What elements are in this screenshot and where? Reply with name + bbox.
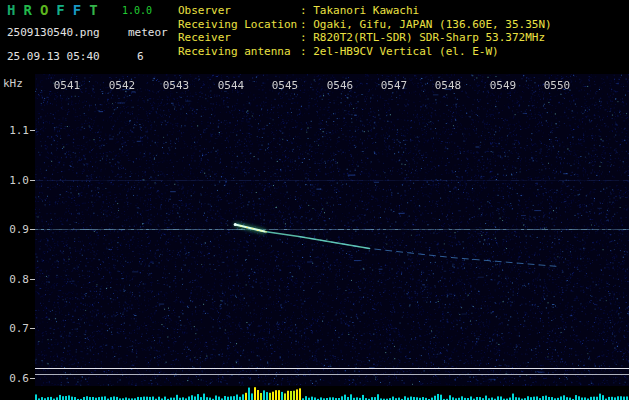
- time-label-0548: 0548: [433, 79, 463, 92]
- time-label-0541: 0541: [52, 79, 82, 92]
- info-value: : Ogaki, Gifu, JAPAN (136.60E, 35.35N): [300, 18, 552, 32]
- freq-label-0-8: 0.8: [3, 273, 29, 286]
- time-label-0542: 0542: [107, 79, 137, 92]
- info-row-location: Receiving Location : Ogaki, Gifu, JAPAN …: [178, 18, 552, 32]
- spectrogram-canvas: [35, 74, 629, 386]
- info-value: : Takanori Kawachi: [300, 4, 419, 18]
- title-letter-2: O: [40, 2, 48, 18]
- title-letter-4: F: [73, 2, 81, 18]
- info-row-antenna: Receiving antenna : 2el-HB9CV Vertical (…: [178, 45, 552, 59]
- freq-unit-label: kHz: [3, 77, 23, 90]
- info-row-receiver: Receiver : R820T2(RTL-SDR) SDR-Sharp 53.…: [178, 31, 552, 45]
- time-label-0544: 0544: [216, 79, 246, 92]
- activity-strip-canvas: [35, 386, 629, 400]
- freq-label-1-1: 1.1: [3, 124, 29, 137]
- title-letter-5: T: [89, 2, 97, 18]
- freq-tick: [30, 229, 35, 230]
- time-label-0547: 0547: [379, 79, 409, 92]
- title-letter-3: F: [56, 2, 64, 18]
- hrofft-window: HROFFT 1.0.0 2509130540.png meteor 25.09…: [0, 0, 629, 400]
- info-label: Observer: [178, 4, 300, 18]
- title-letter-0: H: [7, 2, 15, 18]
- freq-tick: [30, 130, 35, 131]
- info-value: : 2el-HB9CV Vertical (el. E-W): [300, 45, 499, 59]
- freq-label-1-0: 1.0: [3, 174, 29, 187]
- info-value: : R820T2(RTL-SDR) SDR-Sharp 53.372MHz: [300, 31, 545, 45]
- app-version: 1.0.0: [122, 5, 152, 16]
- station-info: Observer : Takanori Kawachi Receiving Lo…: [178, 4, 552, 58]
- freq-tick: [30, 378, 35, 379]
- time-label-0545: 0545: [270, 79, 300, 92]
- info-label: Receiving antenna: [178, 45, 300, 59]
- time-label-0549: 0549: [488, 79, 518, 92]
- freq-tick: [30, 279, 35, 280]
- time-label-0550: 0550: [542, 79, 572, 92]
- freq-label-0-9: 0.9: [3, 223, 29, 236]
- title-letter-1: R: [23, 2, 31, 18]
- event-count: 6: [137, 50, 144, 63]
- freq-tick: [30, 180, 35, 181]
- mode-label: meteor: [128, 26, 168, 39]
- freq-tick: [30, 328, 35, 329]
- time-label-0546: 0546: [325, 79, 355, 92]
- output-filename: 2509130540.png: [7, 26, 100, 39]
- app-title: HROFFT: [7, 2, 106, 18]
- info-label: Receiver: [178, 31, 300, 45]
- time-label-0543: 0543: [161, 79, 191, 92]
- info-row-observer: Observer : Takanori Kawachi: [178, 4, 552, 18]
- info-label: Receiving Location: [178, 18, 300, 32]
- freq-label-0-7: 0.7: [3, 322, 29, 335]
- capture-datetime: 25.09.13 05:40: [7, 50, 100, 63]
- freq-label-0-6: 0.6: [3, 372, 29, 385]
